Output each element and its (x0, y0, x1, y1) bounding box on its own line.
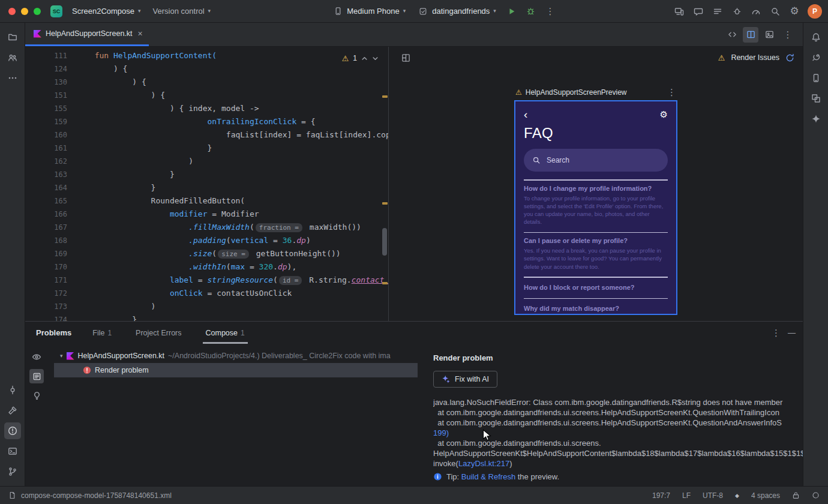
commit-tool-button[interactable] (4, 382, 21, 398)
faq-question[interactable]: How do I block or report someone? (524, 284, 668, 291)
user-avatar[interactable]: P (808, 4, 822, 19)
pull-requests-tool-button[interactable] (4, 49, 21, 66)
device-selector[interactable]: Medium Phone ▾ (328, 4, 410, 19)
tree-file-row[interactable]: ▾ HelpAndSupportScreen.kt ~/AndroidStudi… (48, 349, 426, 363)
split-view-button[interactable] (743, 27, 758, 43)
line-ending[interactable]: LF (682, 491, 691, 500)
fix-with-ai-button[interactable]: Fix with AI (433, 371, 497, 388)
project-tool-button[interactable] (4, 29, 21, 46)
tab-project-errors[interactable]: Project Errors (133, 322, 184, 344)
warning-stripe-mark[interactable] (382, 202, 388, 205)
preview-frame[interactable]: ‹ ⚙ FAQ Search How do I change my profil… (514, 100, 677, 315)
close-window-button[interactable] (8, 8, 16, 15)
indent-setting[interactable]: 4 spaces (751, 491, 780, 500)
code-line[interactable]: 111 fun HelpAndSupportContent( (25, 49, 388, 62)
preview-kebab-icon[interactable]: ⋮ (667, 88, 676, 97)
faq-question[interactable]: Can I pause or delete my profile? (524, 237, 668, 244)
resource-manager-tool-button[interactable] (808, 90, 824, 107)
device-manager-tool-button[interactable] (808, 70, 824, 86)
gradle-tool-button[interactable] (808, 49, 824, 66)
tab-file[interactable]: File 1 (89, 322, 115, 344)
zoom-window-button[interactable] (34, 8, 41, 15)
tree-problem-row[interactable]: Render problem (54, 363, 418, 377)
more-tool-windows-button[interactable] (4, 70, 21, 86)
stack-trace-link[interactable]: 199) (433, 428, 449, 437)
editor-scrollbar[interactable] (382, 228, 387, 256)
preview-layout-button[interactable] (397, 49, 414, 66)
quick-fix-button[interactable] (29, 388, 44, 403)
inspections-widget[interactable]: ⚠ 1 (342, 54, 379, 62)
code-line[interactable]: 164 } (25, 181, 388, 194)
vcs-selector[interactable]: Version control ▾ (148, 4, 216, 18)
settings-button[interactable]: ⚙ (786, 3, 803, 20)
back-icon[interactable]: ‹ (524, 109, 527, 120)
code-line[interactable]: 165 RoundedFilledButton( (25, 194, 388, 208)
design-view-button[interactable] (761, 27, 777, 43)
code-line[interactable]: 161 } (25, 142, 388, 155)
code-line[interactable]: 155 ) { index, model -> (25, 102, 388, 115)
code-line[interactable]: 170 .widthIn(max = 320.dp), (25, 260, 388, 274)
warning-stripe-mark[interactable] (382, 282, 388, 284)
logcat-button[interactable] (709, 3, 726, 20)
minimize-window-button[interactable] (21, 8, 28, 15)
build-tool-button[interactable] (4, 402, 21, 419)
render-issues-label[interactable]: Render Issues (731, 53, 779, 62)
code-line[interactable]: 159 onTrailingIconClick = { (25, 115, 388, 128)
code-line[interactable]: 173 ) (25, 300, 388, 313)
terminal-tool-button[interactable] (4, 443, 21, 460)
code-line[interactable]: 168 .padding(vertical = 36.dp) (25, 234, 388, 247)
code-line[interactable]: 171 label = stringResource(id = R.string… (25, 274, 388, 287)
code-view-button[interactable] (724, 27, 740, 43)
show-details-button[interactable] (29, 369, 44, 383)
tab-compose[interactable]: Compose 1 (203, 322, 248, 344)
build-refresh-link[interactable]: Build & Refresh (461, 472, 515, 481)
status-file-name[interactable]: compose-compose-model-1758748140651.xml (21, 491, 172, 500)
code-line[interactable]: 169 .size(size = getButtonHeight()) (25, 247, 388, 260)
minimize-panel-icon[interactable]: — (788, 328, 796, 337)
code-line[interactable]: 124 ) { (25, 62, 388, 76)
warning-stripe-mark[interactable] (382, 95, 388, 98)
highlight-level-icon[interactable]: ◆ (735, 493, 739, 499)
tab-close-icon[interactable]: × (138, 29, 143, 38)
caret-position[interactable]: 197:7 (652, 491, 670, 500)
code-line[interactable]: 151 ) { (25, 89, 388, 102)
file-encoding[interactable]: UTF-8 (703, 491, 723, 500)
debug-button[interactable] (523, 3, 539, 20)
view-options-button[interactable] (29, 350, 44, 364)
code-line[interactable]: 163 } (25, 168, 388, 181)
code-line[interactable]: 174 } (25, 313, 388, 321)
build-refresh-icon[interactable] (785, 53, 794, 62)
more-actions-button[interactable]: ⋮ (542, 3, 559, 20)
code-line[interactable]: 160 faqList[index] = faqList[index].copy… (25, 128, 388, 142)
version-control-tool-button[interactable] (4, 463, 21, 480)
code-line[interactable]: 130 ) { (25, 76, 388, 89)
faq-question[interactable]: How do I change my profile information? (524, 185, 668, 192)
editor-tab[interactable]: HelpAndSupportScreen.kt × (25, 23, 149, 46)
code-line[interactable]: 162 ) (25, 155, 388, 168)
faq-question[interactable]: Why did my match disappear? (524, 305, 668, 312)
preview-name[interactable]: HelpAndSupportScreenPreview (526, 88, 627, 97)
run-button[interactable] (503, 3, 520, 20)
running-devices-button[interactable] (671, 3, 688, 20)
gemini-tool-button[interactable] (808, 110, 824, 127)
app-quality-insights-button[interactable] (728, 3, 745, 20)
status-indicator-icon[interactable] (812, 491, 820, 499)
notifications-tool-button[interactable] (808, 29, 824, 46)
profiler-button[interactable] (748, 3, 764, 20)
search-everywhere-button[interactable] (767, 3, 784, 20)
code-editor[interactable]: 111 fun HelpAndSupportContent(124 ) {130… (25, 47, 389, 321)
code-line[interactable]: 172 onClick = contactUsOnClick (25, 287, 388, 300)
lock-icon[interactable] (792, 491, 800, 499)
code-line[interactable]: 167 .fillMaxWidth(fraction = maxWidth()) (25, 221, 388, 234)
preview-settings-gear-icon[interactable]: ⚙ (660, 110, 668, 119)
problems-tool-button[interactable] (4, 422, 21, 439)
faq-search-bar[interactable]: Search (524, 149, 668, 172)
run-config-selector[interactable]: datingandfriends ▾ (413, 4, 501, 19)
ai-assistant-button[interactable] (690, 3, 707, 20)
next-problem-icon[interactable] (372, 55, 379, 62)
stack-trace-link[interactable]: LazyDsl.kt:217 (458, 459, 509, 468)
editor-more-button[interactable]: ⋮ (780, 27, 796, 43)
project-selector[interactable]: Screen2Compose ▾ (67, 4, 146, 18)
panel-options-icon[interactable]: ⋮ (772, 328, 781, 337)
code-line[interactable]: 166 modifier = Modifier (25, 208, 388, 221)
